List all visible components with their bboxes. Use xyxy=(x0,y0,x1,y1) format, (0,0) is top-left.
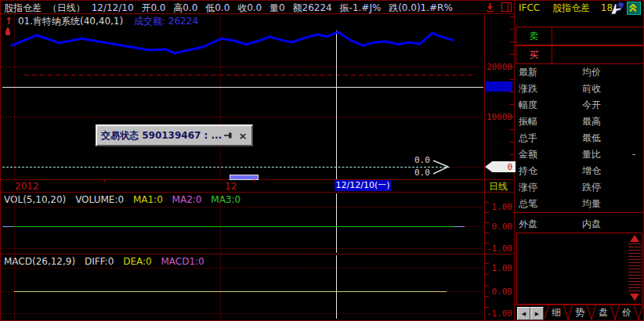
crosshair-value-box xyxy=(486,81,512,92)
tab-board[interactable]: 盘 xyxy=(592,305,615,320)
field-low-label: 低 xyxy=(205,2,215,13)
axis-minor-ticks xyxy=(510,16,514,162)
tab-scroll-right-button[interactable]: ▶ xyxy=(530,307,544,320)
macd-pane-header: MACD(26,12,9) DIFF:0 DEA:0 MACD1:0 xyxy=(4,256,204,267)
tick-list-box[interactable] xyxy=(516,233,642,305)
droplet-icon xyxy=(5,27,11,36)
scrollbar[interactable] xyxy=(628,234,641,301)
symbol-name: 股指仓差 xyxy=(4,2,42,13)
macd-grid-neg1 xyxy=(2,313,485,314)
quote-row: 涨跌前收 xyxy=(515,81,643,97)
bid-diff-label: 委差 xyxy=(581,16,600,27)
crosshair-vertical xyxy=(336,255,337,319)
label-amplitude: 振幅 xyxy=(519,116,537,127)
tab-trend[interactable]: 势 xyxy=(568,305,592,320)
vol-ma1: MA1:0 xyxy=(133,194,163,205)
label-avg-price: 均价 xyxy=(582,67,601,78)
vol-grid-1 xyxy=(2,207,485,207)
dashed-level-line xyxy=(24,74,472,76)
zero-line-axis-dots xyxy=(451,167,484,168)
pin-icon[interactable] xyxy=(222,129,234,142)
contract-name: 股指仓差 xyxy=(552,2,590,13)
gridline-vertical xyxy=(14,14,15,179)
label-inner-disc: 内盘 xyxy=(582,218,601,229)
field-low-value: 0.0 xyxy=(215,2,230,13)
ask-queue-box[interactable]: 卖 xyxy=(516,27,644,45)
tooltip-title: 交易状态 590139467 : ... xyxy=(97,129,222,142)
close-icon[interactable]: × xyxy=(237,129,249,142)
tab-detail[interactable]: 细 xyxy=(545,305,568,320)
crosshair-vertical xyxy=(336,193,337,253)
current-price-value: 0 xyxy=(507,162,512,172)
macd-diff: DIFF:0 xyxy=(85,256,114,267)
diff-zero-line xyxy=(14,291,447,292)
scrollbar-track[interactable] xyxy=(628,243,641,292)
timeline-tick xyxy=(104,179,105,182)
label-avg-vol: 均量 xyxy=(582,198,601,209)
vol-title[interactable]: VOL(5,10,20) xyxy=(4,194,66,205)
indicator-name[interactable]: 01.肯特纳系统(40,40,1) xyxy=(18,16,123,27)
zero-price-line xyxy=(2,167,450,168)
label-limit-up: 涨停 xyxy=(519,182,537,193)
tab-price[interactable]: 价 xyxy=(615,305,639,320)
divider-under-titlebar xyxy=(1,13,514,14)
label-last: 最新 xyxy=(519,67,537,78)
label-change: 涨跌 xyxy=(519,83,537,94)
bid-queue-box[interactable]: 买 xyxy=(516,45,644,64)
vol-ma2: MA2:0 xyxy=(172,194,202,205)
macd-grid-1 xyxy=(2,268,485,269)
right-arrow-icon: ▶ xyxy=(535,311,539,317)
window-panel-icon[interactable] xyxy=(501,2,512,12)
field-amp-label: 振 xyxy=(340,2,349,13)
sell-label: 卖 xyxy=(530,31,539,41)
quote-row: 金额量比- xyxy=(515,147,643,163)
hand-cursor-icon xyxy=(609,2,624,15)
vol-volume: VOLUME:0 xyxy=(75,194,124,205)
gridline-vertical xyxy=(220,14,221,179)
zero-marker-chevron xyxy=(433,167,448,174)
crosshair-vertical xyxy=(336,31,337,179)
scroll-up-icon[interactable] xyxy=(630,235,639,242)
selected-date-box: 12/12/10(一) xyxy=(335,180,391,191)
rp-separator xyxy=(515,212,643,213)
crosshair-horizontal xyxy=(2,87,483,88)
bid-ratio-label: 委比 xyxy=(519,16,537,27)
drop-down-arrow-icon[interactable] xyxy=(485,2,495,13)
timeline-year: 2012 xyxy=(15,181,39,192)
trade-status-tooltip[interactable]: 交易状态 590139467 : ... × xyxy=(96,124,253,146)
title-bar: 股指仓差 （日线） 12/12/10 开0.0 高0.0 低0.0 收0.0 量… xyxy=(4,2,482,13)
field-amp-value: -1.#J% xyxy=(349,2,382,13)
field-vol-value: 0 xyxy=(279,2,285,13)
quote-row: 总手最低 xyxy=(515,131,643,146)
vol-ma-line-tip xyxy=(454,226,465,227)
quote-row: 幅度今开 xyxy=(515,98,643,114)
label-oi-change: 增仓 xyxy=(582,165,601,176)
quote-row: 涨停跌停 xyxy=(515,180,643,196)
label-total-lots: 总手 xyxy=(519,132,537,143)
vol-pane-header: VOL(5,10,20) VOLUME:0 MA1:0 MA2:0 MA3:0 xyxy=(4,194,241,205)
field-close-value: 0.0 xyxy=(247,2,262,13)
period-tab[interactable]: 日线 xyxy=(489,181,508,192)
tab-reverse[interactable]: 逆 xyxy=(639,305,643,320)
vol-ma3: MA3:0 xyxy=(211,194,241,205)
period-label: （日线） xyxy=(48,2,85,13)
buy-label: 买 xyxy=(530,49,539,60)
vol-ma-line-tip xyxy=(2,226,13,227)
zero-marker-top-label: 0.0 xyxy=(414,155,430,165)
amount-value: 26224 xyxy=(168,16,198,27)
tab-scroll-left-button[interactable]: ◀ xyxy=(517,307,530,320)
field-high-value: 0.0 xyxy=(183,2,197,13)
gridline-20000 xyxy=(2,67,487,67)
scroll-down-icon[interactable] xyxy=(630,294,639,301)
label-range: 幅度 xyxy=(519,99,537,110)
macd-axis-ticks xyxy=(485,263,489,316)
field-open-label: 开 xyxy=(141,2,150,13)
label-open: 今开 xyxy=(582,99,601,110)
trading-app-window: 股指仓差 （日线） 12/12/10 开0.0 高0.0 低0.0 收0.0 量… xyxy=(0,0,644,321)
label-open-interest: 持仓 xyxy=(519,165,537,176)
vol-axis-ticks xyxy=(485,202,489,251)
y-label-10000: 10000 xyxy=(484,112,512,122)
expand-up-icon[interactable] xyxy=(627,2,641,15)
zero-marker-bottom-label: 0.0 xyxy=(414,168,430,178)
quote-row: 总笔均量 xyxy=(515,197,643,212)
